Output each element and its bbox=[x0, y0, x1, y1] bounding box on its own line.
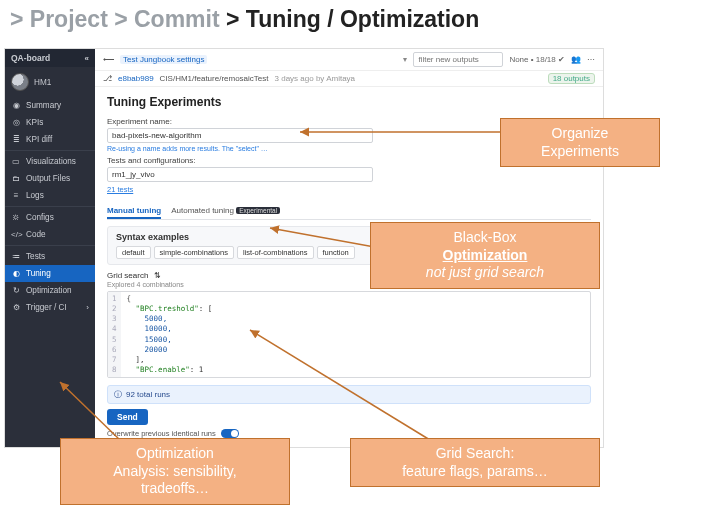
sidebar-item-code[interactable]: </>Code bbox=[5, 226, 95, 243]
callout-line: Optimization bbox=[381, 247, 589, 265]
commit-path[interactable]: CIS/HM1/feature/remosaicTest bbox=[160, 74, 269, 83]
commit-bar: ⎇ e8bab989 CIS/HM1/feature/remosaicTest … bbox=[95, 71, 603, 87]
code-icon: </> bbox=[11, 230, 21, 239]
tab-automated-label: Automated tuning bbox=[171, 206, 234, 215]
callout-line: Organize bbox=[511, 125, 649, 143]
send-button[interactable]: Send bbox=[107, 409, 148, 425]
callout-line: Optimization bbox=[71, 445, 279, 463]
overwrite-label: Overwrite previous identical runs bbox=[107, 429, 216, 438]
crumb-bar: ⟵ Test Jungbook settings ▾ None • 18/18 … bbox=[95, 49, 603, 71]
overwrite-row: Overwrite previous identical runs bbox=[107, 429, 591, 438]
avatar bbox=[11, 73, 29, 91]
callout-organize: Organize Experiments bbox=[500, 118, 660, 167]
callout-line: Black-Box bbox=[381, 229, 589, 247]
trigger-icon: ⚙ bbox=[11, 303, 21, 312]
sidebar: QA-board « HM1 ◉Summary ◎KPIs ≣KPI diff … bbox=[5, 49, 95, 447]
optimization-icon: ↻ bbox=[11, 286, 21, 295]
breadcrumb-strong: > Tuning / Optimization bbox=[226, 6, 479, 32]
tab-manual-tuning[interactable]: Manual tuning bbox=[107, 204, 161, 219]
sidebar-item-optimization[interactable]: ↻Optimization bbox=[5, 282, 95, 299]
sidebar-item-label: Visualizations bbox=[26, 157, 76, 166]
sidebar-item-label: Optimization bbox=[26, 286, 72, 295]
tuning-icon: ◐ bbox=[11, 269, 21, 278]
tests-config-input[interactable] bbox=[107, 167, 373, 182]
viz-icon: ▭ bbox=[11, 157, 21, 166]
syntax-btn-simple[interactable]: simple-combinations bbox=[154, 246, 234, 259]
code-content[interactable]: { "BPC.treshold": [ 5000, 10000, 15000, … bbox=[121, 292, 219, 377]
callout-optimization-analysis: Optimization Analysis: sensibility, trad… bbox=[60, 438, 290, 505]
summary-icon: ◉ bbox=[11, 101, 21, 110]
sidebar-item-tuning[interactable]: ◐Tuning bbox=[5, 265, 95, 282]
tests-count-link[interactable]: 21 tests bbox=[107, 185, 133, 194]
sidebar-item-label: Configs bbox=[26, 213, 54, 222]
panel-title: Tuning Experiments bbox=[107, 95, 591, 109]
filter-input[interactable] bbox=[413, 52, 503, 67]
sidebar-item-tests[interactable]: ≔Tests bbox=[5, 248, 95, 265]
sidebar-brand[interactable]: QA-board « bbox=[5, 49, 95, 67]
sidebar-brand-label: QA-board bbox=[11, 53, 50, 63]
tests-icon: ≔ bbox=[11, 252, 21, 261]
commit-meta: 3 days ago by Amitaya bbox=[275, 74, 356, 83]
callout-line: not just grid search bbox=[381, 264, 589, 282]
outputs-badge[interactable]: 18 outputs bbox=[548, 73, 595, 84]
collapse-icon[interactable]: « bbox=[85, 54, 89, 63]
configs-icon: ⛭ bbox=[11, 213, 21, 222]
breadcrumb-dim: > Project > Commit bbox=[10, 6, 226, 32]
overwrite-toggle[interactable] bbox=[221, 429, 239, 438]
sidebar-item-label: Trigger / CI bbox=[26, 303, 67, 312]
sidebar-item-label: Code bbox=[26, 230, 46, 239]
gridsearch-label: Grid search bbox=[107, 271, 148, 280]
sidebar-item-kpis[interactable]: ◎KPIs bbox=[5, 114, 95, 131]
slide-breadcrumb: > Project > Commit > Tuning / Optimizati… bbox=[0, 0, 705, 39]
kpidiff-icon: ≣ bbox=[11, 135, 21, 144]
sidebar-item-trigger[interactable]: ⚙Trigger / CI› bbox=[5, 299, 95, 316]
prev-commit-icon[interactable]: ⟵ bbox=[103, 55, 114, 64]
callout-line: Analysis: sensibility, bbox=[71, 463, 279, 481]
sidebar-item-label: Tests bbox=[26, 252, 45, 261]
filter-icon: ▾ bbox=[403, 55, 407, 64]
sort-icon[interactable]: ⇅ bbox=[154, 271, 161, 280]
callout-blackbox: Black-Box Optimization not just grid sea… bbox=[370, 222, 600, 289]
callout-line: tradeoffs… bbox=[71, 480, 279, 498]
kpis-icon: ◎ bbox=[11, 118, 21, 127]
tab-automated-tuning[interactable]: Automated tuning Experimental bbox=[171, 204, 280, 219]
syntax-btn-function[interactable]: function bbox=[317, 246, 355, 259]
folder-icon: 🗀 bbox=[11, 174, 21, 183]
sidebar-item-summary[interactable]: ◉Summary bbox=[5, 97, 95, 114]
sidebar-item-outputfiles[interactable]: 🗀Output Files bbox=[5, 170, 95, 187]
branch-icon: ⎇ bbox=[103, 74, 112, 83]
experimental-badge: Experimental bbox=[236, 207, 280, 214]
logs-icon: ≡ bbox=[11, 191, 21, 200]
code-editor[interactable]: 12345678 { "BPC.treshold": [ 5000, 10000… bbox=[107, 291, 591, 378]
info-icon: ⓘ bbox=[114, 389, 122, 400]
sidebar-item-label: Logs bbox=[26, 191, 44, 200]
commit-hash[interactable]: e8bab989 bbox=[118, 74, 154, 83]
sidebar-divider bbox=[5, 206, 95, 207]
profile-row[interactable]: HM1 bbox=[5, 67, 95, 97]
sidebar-item-visualizations[interactable]: ▭Visualizations bbox=[5, 153, 95, 170]
syntax-btn-list[interactable]: list-of-combinations bbox=[237, 246, 314, 259]
callout-line: Experiments bbox=[511, 143, 649, 161]
sidebar-item-kpidiff[interactable]: ≣KPI diff bbox=[5, 131, 95, 148]
sidebar-item-label: Tuning bbox=[26, 269, 51, 278]
callout-gridsearch: Grid Search: feature flags, params… bbox=[350, 438, 600, 487]
sidebar-item-label: Summary bbox=[26, 101, 61, 110]
chevron-right-icon: › bbox=[86, 303, 89, 312]
dots-icon[interactable]: ⋯ bbox=[587, 55, 595, 64]
test-label[interactable]: Test Jungbook settings bbox=[120, 55, 207, 64]
sidebar-item-label: KPIs bbox=[26, 118, 43, 127]
sidebar-item-label: KPI diff bbox=[26, 135, 52, 144]
project-label: HM1 bbox=[34, 78, 51, 87]
people-icon[interactable]: 👥 bbox=[571, 55, 581, 64]
sidebar-divider bbox=[5, 245, 95, 246]
total-runs-alert: ⓘ 92 total runs bbox=[107, 385, 591, 404]
sidebar-divider bbox=[5, 150, 95, 151]
callout-line: Grid Search: bbox=[361, 445, 589, 463]
callout-line: feature flags, params… bbox=[361, 463, 589, 481]
experiment-name-input[interactable] bbox=[107, 128, 373, 143]
line-gutter: 12345678 bbox=[108, 292, 121, 377]
syntax-btn-default[interactable]: default bbox=[116, 246, 151, 259]
sidebar-item-configs[interactable]: ⛭Configs bbox=[5, 209, 95, 226]
sidebar-item-logs[interactable]: ≡Logs bbox=[5, 187, 95, 204]
total-runs-text: 92 total runs bbox=[126, 390, 170, 399]
